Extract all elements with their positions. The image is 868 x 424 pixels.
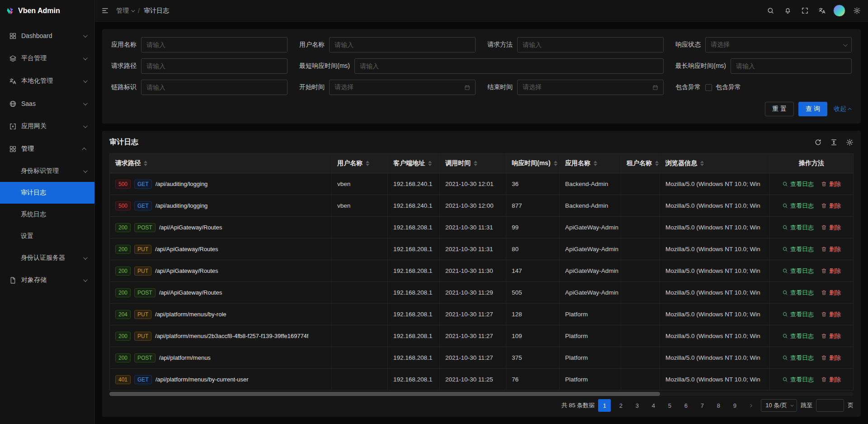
page-button-5[interactable]: 5 [663,399,676,412]
page-button-3[interactable]: 3 [631,399,643,412]
page-button-6[interactable]: 6 [679,399,692,412]
next-page-button[interactable] [745,399,757,412]
sidebar-item-system-log[interactable]: 系统日志 [0,204,94,225]
view-log-button[interactable]: 查看日志 [782,245,814,253]
trace-id-input[interactable] [141,80,288,95]
table-row[interactable]: 500GET/api/auditing/logging vben 192.168… [110,173,853,195]
column-header-duration[interactable]: 响应时间(ms) [506,154,560,173]
column-header-time[interactable]: 调用时间 [440,154,506,173]
view-log-button[interactable]: 查看日志 [782,332,814,340]
sort-icon[interactable] [554,161,557,166]
delete-button[interactable]: 删除 [821,354,841,362]
app-logo[interactable]: Vben Admin [0,0,94,22]
end-time-picker[interactable]: 请选择 [517,80,664,95]
fullscreen-icon[interactable] [796,0,813,22]
column-header-client[interactable]: 客户端地址 [388,154,440,173]
user-name-input[interactable] [329,37,476,52]
view-log-button[interactable]: 查看日志 [782,267,814,275]
table-row[interactable]: 200PUT/api/ApiGateway/Routes 192.168.208… [110,260,853,282]
column-header-tenant[interactable]: 租户名称 [621,154,660,173]
scrollbar-thumb[interactable] [109,392,660,396]
sidebar-item-management[interactable]: 管理 [0,138,94,160]
settings-gear-icon[interactable] [848,0,865,22]
column-header-path[interactable]: 请求路径 [110,154,332,173]
sidebar-item-platform[interactable]: 平台管理 [0,47,94,70]
table-row[interactable]: 401GET/api/platform/menus/by-current-use… [110,369,853,391]
reset-button[interactable]: 重 置 [765,102,794,116]
sort-icon[interactable] [474,161,477,166]
delete-button[interactable]: 删除 [821,180,841,188]
sidebar-item-identity-management[interactable]: 身份标识管理 [0,160,94,182]
view-log-button[interactable]: 查看日志 [782,310,814,319]
table-row[interactable]: 200POST/api/ApiGateway/Routes 192.168.20… [110,217,853,238]
app-name-input[interactable] [141,37,288,52]
jump-page-input[interactable] [816,399,844,412]
page-button-1[interactable]: 1 [598,399,611,412]
request-path-input[interactable] [141,58,288,74]
table-row[interactable]: 200PUT/api/platform/menus/2b3accf8-4fb8-… [110,325,853,347]
delete-button[interactable]: 删除 [821,202,841,210]
sort-icon[interactable] [366,161,369,166]
view-log-button[interactable]: 查看日志 [782,354,814,362]
sidebar-item-auth-server[interactable]: 身份认证服务器 [0,247,94,269]
notification-bell-icon[interactable] [779,0,796,22]
delete-button[interactable]: 删除 [821,376,841,384]
page-size-select[interactable]: 10 条/页 [761,399,797,412]
exception-checkbox[interactable] [705,84,712,91]
horizontal-scrollbar[interactable] [109,392,854,396]
column-header-user[interactable]: 用户名称 [332,154,388,173]
menu-fold-icon[interactable] [101,7,109,14]
language-icon[interactable] [813,0,830,22]
sidebar-item-localization[interactable]: 本地化管理 [0,70,94,92]
sort-icon[interactable] [700,161,704,166]
page-button-4[interactable]: 4 [647,399,660,412]
globe-icon [9,100,17,108]
delete-button[interactable]: 删除 [821,245,841,253]
view-log-button[interactable]: 查看日志 [782,376,814,384]
filter-field-app-name: 应用名称 [111,37,288,52]
sidebar-item-saas[interactable]: Saas [0,92,94,115]
query-button[interactable]: 查 询 [798,102,827,116]
page-button-8[interactable]: 8 [712,399,725,412]
view-log-button[interactable]: 查看日志 [782,202,814,210]
http-method-input[interactable] [517,37,664,52]
page-button-9[interactable]: 9 [728,399,741,412]
sort-icon[interactable] [655,161,659,166]
delete-button[interactable]: 删除 [821,310,841,319]
breadcrumb-parent[interactable]: 管理 [116,7,134,15]
sidebar-item-settings[interactable]: 设置 [0,225,94,247]
view-log-button[interactable]: 查看日志 [782,224,814,232]
sidebar-item-gateway[interactable]: 应用网关 [0,115,94,138]
collapse-link[interactable]: 收起 [834,105,852,113]
search-icon[interactable] [762,0,779,22]
delete-button[interactable]: 删除 [821,267,841,275]
sort-icon[interactable] [594,161,597,166]
max-duration-input[interactable] [731,58,852,74]
delete-button[interactable]: 删除 [821,289,841,297]
page-button-2[interactable]: 2 [614,399,627,412]
table-row[interactable]: 200POST/api/platform/menus 192.168.208.1… [110,347,853,369]
row-height-icon[interactable] [830,138,838,146]
view-log-button[interactable]: 查看日志 [782,289,814,297]
sort-icon[interactable] [144,161,147,166]
min-duration-input[interactable] [354,58,664,74]
http-status-select[interactable]: 请选择 [705,37,852,52]
delete-button[interactable]: 删除 [821,224,841,232]
table-row[interactable]: 200POST/api/ApiGateway/Routes 192.168.20… [110,282,853,304]
user-avatar[interactable] [833,5,845,17]
sidebar-item-object-storage[interactable]: 对象存储 [0,269,94,291]
table-row[interactable]: 500GET/api/auditing/logging vben 192.168… [110,195,853,217]
page-button-7[interactable]: 7 [696,399,708,412]
table-row[interactable]: 204PUT/api/platform/menus/by-role 192.16… [110,304,853,325]
column-header-app[interactable]: 应用名称 [560,154,621,173]
refresh-icon[interactable] [814,138,822,146]
delete-button[interactable]: 删除 [821,332,841,340]
sidebar-item-audit-log[interactable]: 审计日志 [0,182,94,204]
sort-icon[interactable] [428,161,432,166]
table-row[interactable]: 200PUT/api/ApiGateway/Routes 192.168.208… [110,238,853,260]
column-settings-gear-icon[interactable] [846,138,854,146]
view-log-button[interactable]: 查看日志 [782,180,814,188]
start-time-picker[interactable]: 请选择 [329,80,476,95]
sidebar-item-dashboard[interactable]: Dashboard [0,24,94,47]
column-header-browser[interactable]: 浏览器信息 [660,154,770,173]
